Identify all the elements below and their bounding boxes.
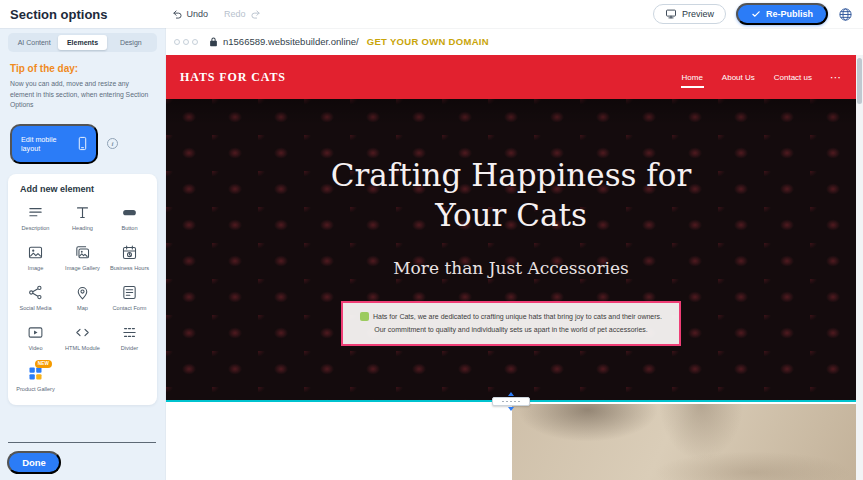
element-item-image-gallery[interactable]: Image Gallery: [59, 244, 106, 272]
element-label: Description: [22, 225, 50, 232]
tip-title: Tip of the day:: [10, 63, 155, 74]
element-item-social-media[interactable]: Social Media: [12, 284, 59, 312]
sidebar: AI Content Elements Design Tip of the da…: [0, 28, 166, 480]
preview-canvas: n1566589.websitebuilder.online/ GET YOUR…: [166, 28, 863, 480]
browser-dot: [192, 39, 198, 45]
page-title: Section options: [10, 7, 108, 22]
hero-body-text: Hats for Cats, we are dedicated to craft…: [373, 313, 662, 333]
element-label: Image: [28, 265, 44, 272]
element-item-video[interactable]: Video: [12, 324, 59, 352]
map-pin-icon: [74, 284, 91, 301]
heading-icon: [74, 204, 91, 221]
element-label: Button: [121, 225, 137, 232]
section-resize-handle[interactable]: [492, 392, 530, 411]
new-badge: NEW: [35, 360, 52, 368]
panel-title: Add new element: [20, 184, 153, 194]
browser-dot: [174, 39, 180, 45]
element-label: Heading: [72, 225, 93, 232]
business-hours-icon: [121, 244, 138, 261]
site-header: HATS FOR CATS Home About Us Contact us ⋯: [166, 55, 856, 99]
element-item-button[interactable]: Button: [106, 204, 153, 232]
element-label: Product Gallery: [16, 386, 55, 393]
site-logo[interactable]: HATS FOR CATS: [180, 70, 286, 85]
edit-mobile-label: Edit mobile layout: [21, 135, 72, 153]
contact-form-icon: [121, 284, 138, 301]
monitor-icon: [665, 8, 677, 20]
tab-elements[interactable]: Elements: [58, 35, 106, 50]
element-label: Business Hours: [110, 265, 149, 272]
selected-text-element[interactable]: Hats for Cats, we are dedicated to craft…: [341, 301, 681, 346]
tip-body: Now you can add, move and resize any ele…: [10, 79, 155, 111]
sidebar-divider: [8, 442, 156, 443]
add-element-panel: Add new element Description Heading Butt…: [8, 174, 157, 405]
redo-arrow-icon: [250, 9, 261, 20]
arrow-up-icon: [508, 392, 514, 396]
element-grid: Description Heading Button Image Image G…: [12, 204, 153, 393]
check-icon: [751, 9, 761, 19]
element-item-heading[interactable]: Heading: [59, 204, 106, 232]
topbar: Section options Undo Redo Preview Re-Pub…: [0, 0, 863, 28]
share-nodes-icon: [27, 284, 44, 301]
tab-design[interactable]: Design: [107, 35, 155, 50]
preview-label: Preview: [682, 9, 714, 19]
green-element-icon: [360, 312, 369, 321]
video-play-icon: [27, 324, 44, 341]
nav-item-contact[interactable]: Contact us: [773, 66, 813, 89]
button-icon: [121, 204, 138, 221]
info-icon[interactable]: i: [107, 138, 118, 149]
get-domain-link[interactable]: GET YOUR OWN DOMAIN: [367, 36, 489, 47]
hero-section[interactable]: Crafting Happiness for Your Cats More th…: [166, 99, 856, 400]
sidebar-tabs: AI Content Elements Design: [8, 33, 157, 52]
site-url: n1566589.websitebuilder.online/: [223, 36, 359, 47]
image-icon: [27, 244, 44, 261]
element-label: Map: [77, 305, 88, 312]
element-item-business-hours[interactable]: Business Hours: [106, 244, 153, 272]
tab-ai-content[interactable]: AI Content: [10, 35, 58, 50]
browser-bar: n1566589.websitebuilder.online/ GET YOUR…: [166, 28, 863, 55]
site-preview: HATS FOR CATS Home About Us Contact us ⋯…: [166, 55, 856, 480]
edit-mobile-layout-button[interactable]: Edit mobile layout: [10, 124, 98, 164]
element-item-contact-form[interactable]: Contact Form: [106, 284, 153, 312]
next-section[interactable]: [166, 402, 856, 480]
cat-photo: [512, 404, 856, 480]
nav-item-about[interactable]: About Us: [721, 66, 756, 89]
edit-mobile-row: Edit mobile layout i: [10, 124, 155, 164]
code-brackets-icon: [74, 324, 91, 341]
hero-heading[interactable]: Crafting Happiness for Your Cats: [311, 99, 711, 236]
element-item-html-module[interactable]: HTML Module: [59, 324, 106, 352]
element-label: Video: [28, 345, 42, 352]
element-label: Image Gallery: [65, 265, 100, 272]
done-button[interactable]: Done: [7, 451, 61, 474]
topbar-actions: Preview Re-Publish: [653, 3, 853, 25]
undo-arrow-icon: [172, 9, 183, 20]
redo-label: Redo: [224, 9, 246, 19]
divider-lines-icon: [121, 324, 138, 341]
element-label: Divider: [121, 345, 138, 352]
element-item-image[interactable]: Image: [12, 244, 59, 272]
undo-label: Undo: [187, 9, 209, 19]
element-label: HTML Module: [65, 345, 100, 352]
republish-button[interactable]: Re-Publish: [736, 3, 828, 25]
drag-handle-icon: [492, 397, 530, 406]
text-lines-icon: [27, 204, 44, 221]
more-options-icon[interactable]: ⋯: [830, 72, 842, 83]
element-item-map[interactable]: Map: [59, 284, 106, 312]
site-nav: Home About Us Contact us ⋯: [681, 66, 843, 89]
undo-button[interactable]: Undo: [172, 9, 209, 20]
redo-button[interactable]: Redo: [224, 9, 261, 20]
hero-subheading[interactable]: More than Just Accessories: [166, 258, 856, 278]
nav-item-home[interactable]: Home: [681, 66, 704, 89]
element-label: Contact Form: [113, 305, 147, 312]
preview-scrollbar[interactable]: [856, 55, 863, 480]
lock-icon: [209, 36, 218, 47]
arrow-down-icon: [508, 407, 514, 411]
tip-of-the-day: Tip of the day: Now you can add, move an…: [10, 63, 155, 111]
history-controls: Undo Redo: [172, 9, 261, 20]
element-item-description[interactable]: Description: [12, 204, 59, 232]
scrollbar-thumb[interactable]: [857, 58, 862, 104]
preview-button[interactable]: Preview: [653, 4, 726, 24]
element-item-product-gallery[interactable]: NEW Product Gallery: [12, 365, 59, 393]
element-item-divider[interactable]: Divider: [106, 324, 153, 352]
globe-icon[interactable]: [838, 7, 853, 22]
element-label: Social Media: [19, 305, 51, 312]
